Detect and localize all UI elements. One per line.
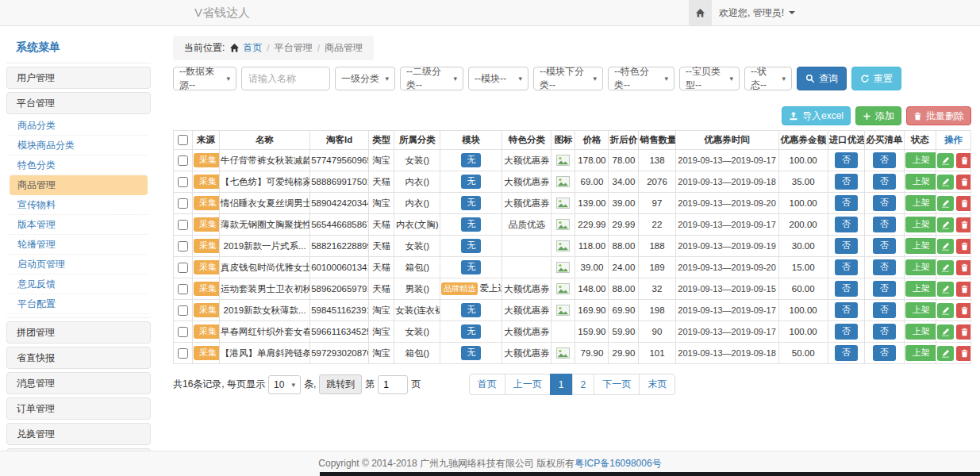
page-button-first[interactable]: 首页 <box>469 374 505 395</box>
must-buy-badge[interactable]: 否 <box>873 174 896 190</box>
status-badge[interactable]: 上架 <box>905 259 936 275</box>
delete-button[interactable] <box>956 196 971 211</box>
row-checkbox[interactable] <box>178 348 188 359</box>
sidebar-section-message-mgmt[interactable]: 消息管理 <box>6 372 151 394</box>
import-excel-button[interactable]: 导入excel <box>782 106 851 125</box>
edit-button[interactable] <box>937 303 954 318</box>
page-number-input[interactable] <box>378 375 408 394</box>
row-checkbox[interactable] <box>178 327 188 337</box>
must-buy-badge[interactable]: 否 <box>873 324 896 340</box>
status-badge[interactable]: 上架 <box>905 345 936 361</box>
sidebar-item-goods-category[interactable]: 商品分类 <box>10 116 148 136</box>
page-button-last[interactable]: 末页 <box>639 374 675 395</box>
status-badge[interactable]: 上架 <box>905 174 936 190</box>
icp-link[interactable]: 粤ICP备16098006号 <box>575 457 661 470</box>
sidebar-section-platform-mgmt[interactable]: 平台管理 <box>6 92 151 114</box>
delete-button[interactable] <box>956 303 971 318</box>
page-button-page-1[interactable]: 1 <box>550 374 573 395</box>
must-buy-badge[interactable]: 否 <box>873 259 896 275</box>
batch-delete-button[interactable]: 批量删除 <box>906 106 971 125</box>
row-checkbox[interactable] <box>178 284 188 294</box>
delete-button[interactable] <box>956 239 971 254</box>
edit-button[interactable] <box>937 196 954 211</box>
sidebar-item-splash-page-mgmt[interactable]: 启动页管理 <box>10 255 148 274</box>
edit-button[interactable] <box>937 324 954 340</box>
edit-button[interactable] <box>937 153 954 168</box>
row-checkbox[interactable] <box>178 241 188 251</box>
level1-category-select[interactable]: 一级分类▾ <box>335 67 395 90</box>
module-select[interactable]: --模块--▾ <box>468 67 528 90</box>
must-buy-badge[interactable]: 否 <box>873 345 896 361</box>
delete-button[interactable] <box>956 324 971 340</box>
must-buy-badge[interactable]: 否 <box>873 195 896 211</box>
sidebar-item-goods-mgmt[interactable]: 商品管理 <box>10 175 148 195</box>
edit-button[interactable] <box>937 260 954 275</box>
import-flag-badge[interactable]: 否 <box>835 302 858 318</box>
delete-button[interactable] <box>956 217 971 232</box>
search-button[interactable]: 查询 <box>797 67 847 90</box>
jump-button[interactable]: 跳转到 <box>319 374 362 394</box>
row-checkbox[interactable] <box>178 198 188 209</box>
must-buy-badge[interactable]: 否 <box>873 302 896 318</box>
import-flag-badge[interactable]: 否 <box>835 217 858 232</box>
must-buy-badge[interactable]: 否 <box>873 238 896 254</box>
per-page-select[interactable]: 10 ▾ <box>268 375 301 394</box>
import-flag-badge[interactable]: 否 <box>835 345 858 361</box>
reset-button[interactable]: 重置 <box>851 67 901 90</box>
edit-button[interactable] <box>937 217 954 232</box>
import-flag-badge[interactable]: 否 <box>835 281 858 297</box>
delete-button[interactable] <box>956 153 971 168</box>
status-badge[interactable]: 上架 <box>905 152 936 168</box>
page-button-page-2[interactable]: 2 <box>572 374 595 395</box>
name-search-input[interactable] <box>241 67 330 90</box>
sidebar-item-version-mgmt[interactable]: 版本管理 <box>10 215 148 235</box>
sidebar-item-feature-category[interactable]: 特色分类 <box>10 155 148 175</box>
edit-button[interactable] <box>937 346 954 361</box>
sidebar-section-order-mgmt[interactable]: 订单管理 <box>6 397 151 420</box>
import-flag-badge[interactable]: 否 <box>835 174 858 190</box>
import-flag-badge[interactable]: 否 <box>835 238 858 254</box>
must-buy-badge[interactable]: 否 <box>873 152 896 168</box>
feature-category-select[interactable]: --特色分类--▾ <box>608 67 674 90</box>
sidebar-item-platform-config[interactable]: 平台配置 <box>10 294 148 314</box>
import-flag-badge[interactable]: 否 <box>835 195 858 211</box>
row-checkbox[interactable] <box>178 155 188 166</box>
sidebar-section-express-news[interactable]: 省直快报 <box>6 347 151 369</box>
home-button[interactable] <box>689 0 712 25</box>
status-select[interactable]: --状态--▾ <box>744 67 792 90</box>
sidebar-item-promo-materials[interactable]: 宣传物料 <box>10 195 148 215</box>
delete-button[interactable] <box>956 282 971 297</box>
user-menu[interactable]: 欢迎您, 管理员! <box>719 0 795 25</box>
edit-button[interactable] <box>937 282 954 297</box>
add-button[interactable]: 添加 <box>855 106 901 125</box>
delete-button[interactable] <box>956 175 971 190</box>
sidebar-section-group-buy-mgmt[interactable]: 拼团管理 <box>6 321 151 344</box>
status-badge[interactable]: 上架 <box>905 238 936 254</box>
row-checkbox[interactable] <box>178 305 188 316</box>
sidebar-section-exchange-mgmt[interactable]: 兑换管理 <box>6 423 151 445</box>
page-button-next[interactable]: 下一页 <box>594 374 640 395</box>
sidebar-item-feedback[interactable]: 意见反馈 <box>10 274 148 294</box>
row-checkbox[interactable] <box>178 263 188 273</box>
delete-button[interactable] <box>956 260 971 275</box>
status-badge[interactable]: 上架 <box>905 281 936 297</box>
status-badge[interactable]: 上架 <box>905 195 936 211</box>
data-source-select[interactable]: --数据来源--▾ <box>173 67 236 90</box>
must-buy-badge[interactable]: 否 <box>873 281 896 297</box>
status-badge[interactable]: 上架 <box>905 302 936 318</box>
page-button-prev[interactable]: 上一页 <box>505 374 551 395</box>
row-checkbox[interactable] <box>178 220 188 230</box>
import-flag-badge[interactable]: 否 <box>835 259 858 275</box>
delete-button[interactable] <box>956 346 971 361</box>
item-type-select[interactable]: --宝贝类型--▾ <box>679 67 740 90</box>
sidebar-item-module-goods-category[interactable]: 模块商品分类 <box>10 136 148 155</box>
status-badge[interactable]: 上架 <box>905 217 936 232</box>
must-buy-badge[interactable]: 否 <box>873 217 896 232</box>
status-badge[interactable]: 上架 <box>905 324 936 340</box>
level2-category-select[interactable]: --二级分类--▾ <box>400 67 463 90</box>
breadcrumb-home-link[interactable]: 首页 <box>229 41 262 55</box>
sidebar-section-user-mgmt[interactable]: 用户管理 <box>6 67 151 89</box>
import-flag-badge[interactable]: 否 <box>835 324 858 340</box>
row-checkbox[interactable] <box>178 177 188 187</box>
edit-button[interactable] <box>937 239 954 254</box>
